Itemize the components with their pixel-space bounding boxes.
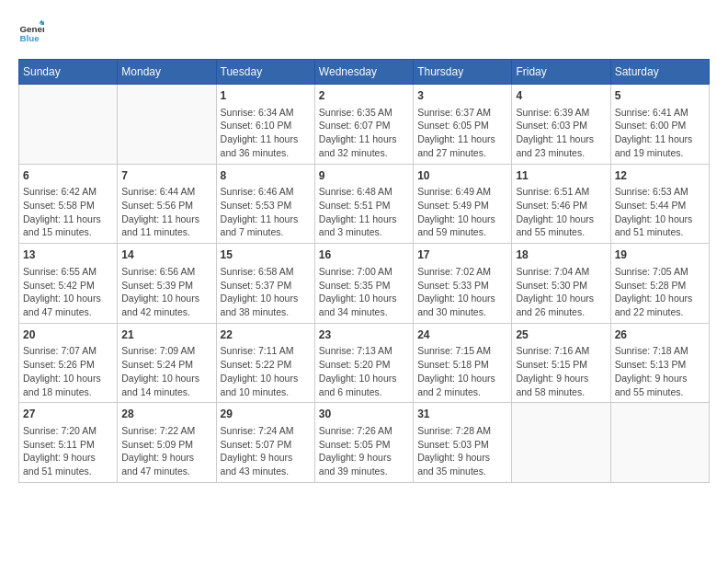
day-info: Sunrise: 6:41 AMSunset: 6:00 PMDaylight:… <box>615 106 705 160</box>
day-info: Sunrise: 7:04 AMSunset: 5:30 PMDaylight:… <box>516 265 606 319</box>
day-cell: 23Sunrise: 7:13 AMSunset: 5:20 PMDayligh… <box>314 323 413 403</box>
day-info: Sunrise: 6:46 AMSunset: 5:53 PMDaylight:… <box>221 185 311 239</box>
day-number: 4 <box>516 88 606 104</box>
day-info: Sunrise: 7:15 AMSunset: 5:18 PMDaylight:… <box>417 344 507 398</box>
day-cell: 31Sunrise: 7:28 AMSunset: 5:03 PMDayligh… <box>414 403 512 483</box>
day-number: 23 <box>319 327 409 343</box>
day-info: Sunrise: 6:58 AMSunset: 5:37 PMDaylight:… <box>221 265 311 319</box>
day-info: Sunrise: 6:51 AMSunset: 5:46 PMDaylight:… <box>516 185 606 239</box>
day-cell: 19Sunrise: 7:05 AMSunset: 5:28 PMDayligh… <box>610 244 709 324</box>
day-info: Sunrise: 7:28 AMSunset: 5:03 PMDaylight:… <box>417 424 507 478</box>
day-cell: 18Sunrise: 7:04 AMSunset: 5:30 PMDayligh… <box>512 244 610 324</box>
day-cell: 22Sunrise: 7:11 AMSunset: 5:22 PMDayligh… <box>216 323 314 403</box>
day-cell: 8Sunrise: 6:46 AMSunset: 5:53 PMDaylight… <box>216 164 314 244</box>
day-number: 15 <box>221 247 311 263</box>
day-number: 7 <box>121 168 211 184</box>
day-cell: 25Sunrise: 7:16 AMSunset: 5:15 PMDayligh… <box>512 323 610 403</box>
day-info: Sunrise: 7:22 AMSunset: 5:09 PMDaylight:… <box>121 424 211 478</box>
day-number: 21 <box>121 327 211 343</box>
day-info: Sunrise: 6:48 AMSunset: 5:51 PMDaylight:… <box>319 185 409 239</box>
day-number: 31 <box>417 407 507 422</box>
day-cell: 15Sunrise: 6:58 AMSunset: 5:37 PMDayligh… <box>216 244 314 324</box>
day-number: 11 <box>516 168 606 184</box>
day-info: Sunrise: 6:53 AMSunset: 5:44 PMDaylight:… <box>615 185 705 239</box>
day-cell: 9Sunrise: 6:48 AMSunset: 5:51 PMDaylight… <box>314 164 413 244</box>
day-info: Sunrise: 7:20 AMSunset: 5:11 PMDaylight:… <box>23 424 113 478</box>
day-number: 5 <box>615 88 705 104</box>
day-number: 1 <box>221 88 311 104</box>
day-number: 29 <box>221 407 311 422</box>
day-number: 2 <box>319 88 409 104</box>
day-cell: 21Sunrise: 7:09 AMSunset: 5:24 PMDayligh… <box>118 323 216 403</box>
week-row-1: 1Sunrise: 6:34 AMSunset: 6:10 PMDaylight… <box>19 85 710 165</box>
day-info: Sunrise: 7:16 AMSunset: 5:15 PMDaylight:… <box>516 344 606 398</box>
day-cell: 3Sunrise: 6:37 AMSunset: 6:05 PMDaylight… <box>414 85 512 165</box>
day-cell: 17Sunrise: 7:02 AMSunset: 5:33 PMDayligh… <box>414 244 512 324</box>
day-cell: 29Sunrise: 7:24 AMSunset: 5:07 PMDayligh… <box>216 403 314 483</box>
day-number: 17 <box>417 247 507 263</box>
day-number: 10 <box>417 168 507 184</box>
day-info: Sunrise: 6:44 AMSunset: 5:56 PMDaylight:… <box>121 185 211 239</box>
day-number: 25 <box>516 327 606 343</box>
day-cell: 13Sunrise: 6:55 AMSunset: 5:42 PMDayligh… <box>19 244 118 324</box>
week-row-3: 13Sunrise: 6:55 AMSunset: 5:42 PMDayligh… <box>19 244 710 324</box>
week-row-2: 6Sunrise: 6:42 AMSunset: 5:58 PMDaylight… <box>19 164 710 244</box>
day-header-saturday: Saturday <box>610 60 709 85</box>
day-info: Sunrise: 6:39 AMSunset: 6:03 PMDaylight:… <box>516 106 606 160</box>
svg-text:Blue: Blue <box>19 33 40 43</box>
day-header-tuesday: Tuesday <box>216 60 314 85</box>
day-cell: 30Sunrise: 7:26 AMSunset: 5:05 PMDayligh… <box>314 403 413 483</box>
day-cell: 2Sunrise: 6:35 AMSunset: 6:07 PMDaylight… <box>314 85 413 165</box>
day-info: Sunrise: 7:07 AMSunset: 5:26 PMDaylight:… <box>23 344 113 398</box>
day-number: 16 <box>319 247 409 263</box>
day-number: 13 <box>23 247 113 263</box>
day-header-monday: Monday <box>118 60 216 85</box>
day-header-friday: Friday <box>512 60 610 85</box>
day-cell <box>118 85 216 165</box>
day-cell: 6Sunrise: 6:42 AMSunset: 5:58 PMDaylight… <box>19 164 118 244</box>
calendar-table: SundayMondayTuesdayWednesdayThursdayFrid… <box>18 59 710 483</box>
day-cell <box>19 85 118 165</box>
day-cell <box>610 403 709 483</box>
page-header: General Blue <box>18 18 710 44</box>
day-number: 6 <box>23 168 113 184</box>
week-row-5: 27Sunrise: 7:20 AMSunset: 5:11 PMDayligh… <box>19 403 710 483</box>
day-info: Sunrise: 6:34 AMSunset: 6:10 PMDaylight:… <box>221 106 311 160</box>
day-cell: 27Sunrise: 7:20 AMSunset: 5:11 PMDayligh… <box>19 403 118 483</box>
day-cell: 26Sunrise: 7:18 AMSunset: 5:13 PMDayligh… <box>610 323 709 403</box>
day-cell: 28Sunrise: 7:22 AMSunset: 5:09 PMDayligh… <box>118 403 216 483</box>
day-number: 18 <box>516 247 606 263</box>
day-number: 27 <box>23 407 113 422</box>
day-info: Sunrise: 6:55 AMSunset: 5:42 PMDaylight:… <box>23 265 113 319</box>
day-header-wednesday: Wednesday <box>314 60 413 85</box>
day-cell: 14Sunrise: 6:56 AMSunset: 5:39 PMDayligh… <box>118 244 216 324</box>
day-info: Sunrise: 6:37 AMSunset: 6:05 PMDaylight:… <box>417 106 507 160</box>
day-info: Sunrise: 7:24 AMSunset: 5:07 PMDaylight:… <box>221 424 311 478</box>
day-cell: 5Sunrise: 6:41 AMSunset: 6:00 PMDaylight… <box>610 85 709 165</box>
day-info: Sunrise: 6:42 AMSunset: 5:58 PMDaylight:… <box>23 185 113 239</box>
day-info: Sunrise: 7:26 AMSunset: 5:05 PMDaylight:… <box>319 424 409 478</box>
day-number: 22 <box>221 327 311 343</box>
day-info: Sunrise: 6:49 AMSunset: 5:49 PMDaylight:… <box>417 185 507 239</box>
day-number: 14 <box>121 247 211 263</box>
week-row-4: 20Sunrise: 7:07 AMSunset: 5:26 PMDayligh… <box>19 323 710 403</box>
day-info: Sunrise: 7:09 AMSunset: 5:24 PMDaylight:… <box>121 344 211 398</box>
day-number: 30 <box>319 407 409 422</box>
day-cell: 1Sunrise: 6:34 AMSunset: 6:10 PMDaylight… <box>216 85 314 165</box>
day-number: 12 <box>615 168 705 184</box>
day-cell <box>512 403 610 483</box>
day-info: Sunrise: 7:05 AMSunset: 5:28 PMDaylight:… <box>615 265 705 319</box>
day-number: 19 <box>615 247 705 263</box>
day-number: 3 <box>417 88 507 104</box>
day-cell: 20Sunrise: 7:07 AMSunset: 5:26 PMDayligh… <box>19 323 118 403</box>
day-header-thursday: Thursday <box>414 60 512 85</box>
day-info: Sunrise: 7:18 AMSunset: 5:13 PMDaylight:… <box>615 344 705 398</box>
day-cell: 16Sunrise: 7:00 AMSunset: 5:35 PMDayligh… <box>314 244 413 324</box>
day-number: 8 <box>221 168 311 184</box>
logo: General Blue <box>18 18 48 44</box>
logo-icon: General Blue <box>18 18 44 44</box>
day-info: Sunrise: 6:56 AMSunset: 5:39 PMDaylight:… <box>121 265 211 319</box>
day-number: 20 <box>23 327 113 343</box>
day-headers-row: SundayMondayTuesdayWednesdayThursdayFrid… <box>19 60 710 85</box>
day-cell: 11Sunrise: 6:51 AMSunset: 5:46 PMDayligh… <box>512 164 610 244</box>
